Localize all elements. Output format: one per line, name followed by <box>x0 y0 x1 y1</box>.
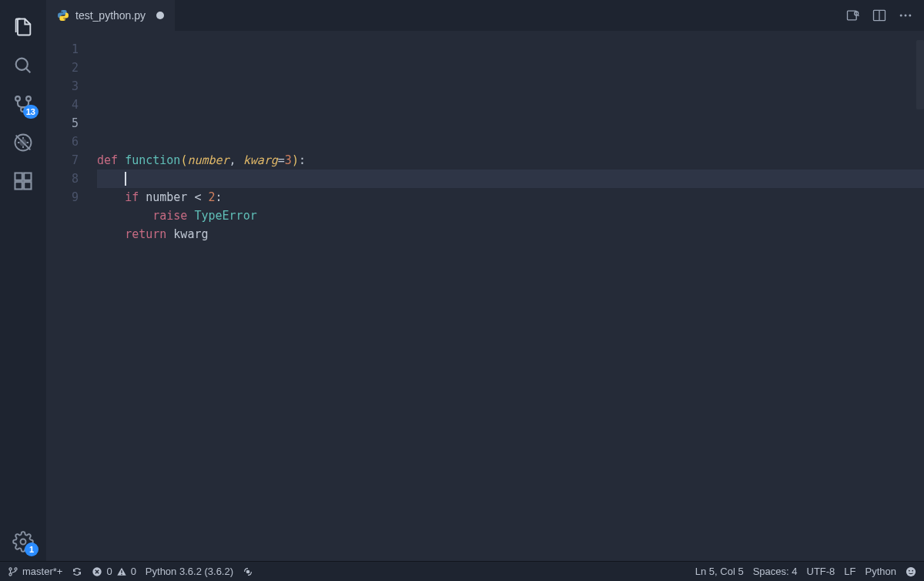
code-line[interactable]: def function(number, kwarg=3): <box>97 151 924 170</box>
svg-point-2 <box>26 96 31 101</box>
status-sync[interactable] <box>72 566 82 577</box>
editor-actions <box>835 0 924 31</box>
svg-point-19 <box>15 567 17 569</box>
code-line[interactable]: return kwarg <box>97 225 924 243</box>
language-label: Python <box>865 566 896 577</box>
svg-point-18 <box>9 573 12 575</box>
status-live-icon[interactable] <box>243 566 253 577</box>
dirty-indicator-icon <box>156 12 164 19</box>
svg-point-1 <box>15 96 20 101</box>
svg-point-25 <box>912 569 913 571</box>
line-number: 6 <box>46 133 79 151</box>
errors-count: 0 <box>106 566 112 577</box>
files-icon[interactable] <box>0 8 46 46</box>
svg-point-10 <box>21 539 26 545</box>
code-line[interactable]: raise TypeError <box>97 207 924 225</box>
branch-label: master*+ <box>22 566 62 577</box>
preview-icon[interactable] <box>845 8 861 23</box>
line-gutter: 123456789 <box>46 31 86 561</box>
line-number: 9 <box>46 188 79 207</box>
scm-icon[interactable]: 13 <box>0 85 46 123</box>
svg-point-17 <box>9 567 12 569</box>
line-number: 3 <box>46 77 79 96</box>
status-spaces[interactable]: Spaces: 4 <box>753 566 798 577</box>
python-version-label: Python 3.6.2 (3.6.2) <box>146 566 233 577</box>
status-feedback-icon[interactable] <box>906 566 916 577</box>
status-eol[interactable]: LF <box>844 566 855 577</box>
more-icon[interactable] <box>898 8 913 23</box>
spaces-label: Spaces: 4 <box>753 566 798 577</box>
code-line[interactable] <box>97 133 924 151</box>
ln-col-label: Ln 5, Col 5 <box>695 566 744 577</box>
split-editor-icon[interactable] <box>872 8 887 23</box>
code-line[interactable]: if number < 2: <box>97 188 924 207</box>
status-python[interactable]: Python 3.6.2 (3.6.2) <box>146 566 233 577</box>
svg-point-22 <box>246 570 249 573</box>
line-number: 4 <box>46 96 79 114</box>
editor-area: test_python.py 123456789 <box>46 0 924 561</box>
scm-badge: 13 <box>23 105 38 119</box>
svg-point-23 <box>906 566 916 576</box>
status-ln-col[interactable]: Ln 5, Col 5 <box>695 566 744 577</box>
status-bar: master*+ 0 0 Python 3.6.2 (3.6.2) Ln 5, … <box>0 561 924 581</box>
svg-point-21 <box>121 573 122 575</box>
status-encoding[interactable]: UTF-8 <box>807 566 835 577</box>
code-line[interactable] <box>97 170 924 188</box>
svg-rect-9 <box>24 173 31 180</box>
code-line[interactable] <box>97 243 924 262</box>
tab-bar: test_python.py <box>46 0 924 31</box>
line-number: 1 <box>46 40 79 59</box>
settings-badge: 1 <box>25 542 38 556</box>
line-number: 5 <box>46 114 79 133</box>
line-number: 7 <box>46 151 79 170</box>
encoding-label: UTF-8 <box>807 566 835 577</box>
svg-rect-8 <box>24 182 31 189</box>
code-line[interactable] <box>97 114 924 133</box>
svg-point-14 <box>900 15 902 17</box>
svg-point-5 <box>19 139 26 146</box>
svg-point-0 <box>16 59 28 70</box>
eol-label: LF <box>844 566 855 577</box>
svg-rect-7 <box>15 182 22 189</box>
text-cursor <box>125 172 126 186</box>
code-content[interactable]: def function(number, kwarg=3): if number… <box>86 31 924 561</box>
settings-icon[interactable]: 1 <box>0 522 46 561</box>
warnings-count: 0 <box>131 566 136 577</box>
search-icon[interactable] <box>0 46 46 85</box>
extensions-icon[interactable] <box>0 162 46 200</box>
code-editor[interactable]: 123456789 def function(number, kwarg=3):… <box>46 31 924 561</box>
line-number: 2 <box>46 59 79 77</box>
line-number: 8 <box>46 170 79 188</box>
tab-label: test_python.py <box>75 9 146 22</box>
svg-point-16 <box>909 15 911 17</box>
status-problems[interactable]: 0 0 <box>92 566 136 577</box>
status-branch[interactable]: master*+ <box>8 566 62 577</box>
debug-icon[interactable] <box>0 123 46 162</box>
python-file-icon <box>57 9 69 22</box>
activity-bar: 13 1 <box>0 0 46 561</box>
status-language[interactable]: Python <box>865 566 896 577</box>
svg-point-15 <box>905 15 907 17</box>
code-line[interactable] <box>97 96 924 114</box>
tab-test-python[interactable]: test_python.py <box>46 0 176 31</box>
svg-point-24 <box>909 569 910 571</box>
svg-rect-6 <box>15 173 22 180</box>
